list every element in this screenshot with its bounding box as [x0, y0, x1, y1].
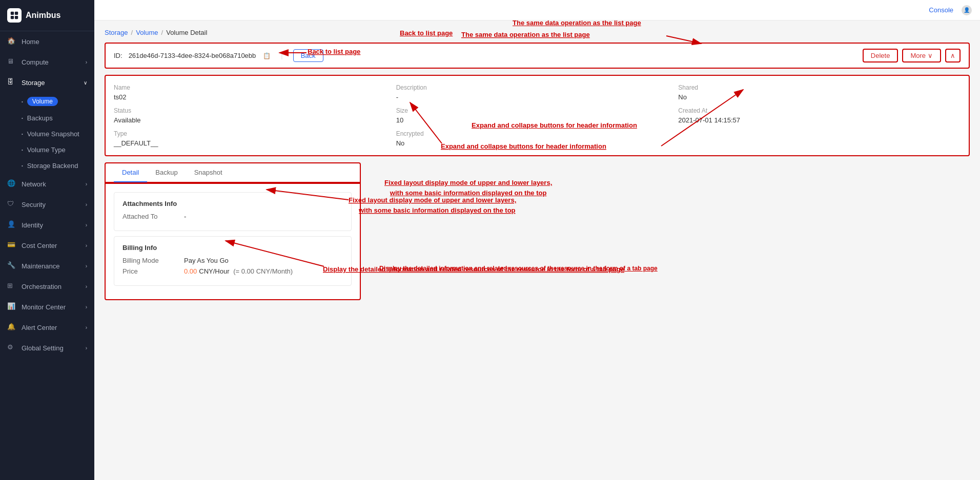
created-at-label: Created At	[678, 107, 961, 114]
chevron-right-maintenance-icon: ›	[86, 263, 87, 269]
sidebar-item-alert-center[interactable]: 🔔 Alert Center ›	[0, 317, 94, 338]
name-value: ts02	[114, 93, 396, 101]
created-at-value: 2021-07-01 14:15:57	[678, 116, 961, 124]
attached-to-value: -	[184, 213, 186, 220]
sidebar-item-home[interactable]: 🏠 Home	[0, 31, 94, 52]
annotation-tab-page: Display the detailed information and rel…	[379, 265, 658, 272]
sidebar-sub-volume-snapshot-label: Volume Snapshot	[27, 130, 79, 138]
description-value: -	[396, 93, 679, 101]
size-value: 10	[396, 116, 679, 124]
description-label: Description	[396, 84, 679, 91]
delete-button[interactable]: Delete	[863, 49, 899, 62]
price-value: 0.00	[184, 267, 197, 275]
back-button[interactable]: Back	[293, 49, 323, 62]
id-label: ID:	[114, 52, 122, 59]
breadcrumb-volume[interactable]: Volume	[136, 29, 158, 36]
app-logo[interactable]: Animbus	[0, 0, 94, 31]
price-label: Price	[122, 267, 184, 275]
annotation-same-data: The same data operation as the list page	[513, 20, 641, 27]
copy-icon[interactable]: 📋	[263, 52, 271, 59]
billing-info-section: Billing Info Billing Mode Pay As You Go …	[114, 236, 352, 286]
chevron-right-monitor-icon: ›	[86, 304, 87, 310]
chevron-right-security-icon: ›	[86, 202, 87, 207]
tab-snapshot[interactable]: Snapshot	[186, 163, 231, 182]
sidebar-item-network-label: Network	[22, 180, 46, 188]
type-value: __DEFAULT__	[114, 139, 396, 147]
sidebar-item-security-label: Security	[22, 201, 46, 208]
wrench-icon: 🔧	[7, 261, 16, 270]
price-row: Price 0.00 CNY/Hour (= 0.00 CNY/Month)	[122, 267, 343, 275]
more-chevron-icon: ∨	[928, 52, 933, 59]
chevron-down-icon: ›	[86, 59, 87, 65]
grid-icon: ⊞	[7, 282, 16, 291]
sidebar-item-maintenance-label: Maintenance	[22, 262, 59, 270]
tab-detail[interactable]: Detail	[114, 163, 147, 182]
sidebar-item-storage[interactable]: 🗄 Storage ∨	[0, 72, 94, 93]
header-actions: Delete More ∨ ∧	[863, 49, 961, 62]
info-grid: Name ts02 Description - Shared No Status…	[114, 84, 961, 147]
sidebar-item-security[interactable]: 🛡 Security ›	[0, 194, 94, 215]
collapse-button[interactable]: ∧	[945, 49, 961, 62]
topbar: Console 👤	[94, 0, 980, 20]
monitor-icon: 📊	[7, 302, 16, 311]
sidebar-item-compute[interactable]: 🖥 Compute ›	[0, 52, 94, 72]
sidebar-item-storage-label: Storage	[22, 79, 45, 87]
sidebar-item-compute-label: Compute	[22, 58, 49, 66]
svg-rect-3	[15, 16, 18, 19]
price-unit-text: CNY/Hour	[199, 267, 229, 275]
user-avatar[interactable]: 👤	[962, 5, 972, 15]
sidebar-sub-volume-snapshot[interactable]: Volume Snapshot	[0, 126, 94, 142]
info-name: Name ts02	[114, 84, 396, 101]
annotation-arrows-svg	[369, 162, 970, 419]
more-label: More	[910, 52, 926, 59]
sidebar-item-maintenance[interactable]: 🔧 Maintenance ›	[0, 256, 94, 276]
sidebar-item-home-label: Home	[22, 38, 39, 46]
sidebar-sub-backups-label: Backups	[27, 114, 53, 122]
info-size: Size 10	[396, 107, 679, 124]
console-link[interactable]: Console	[929, 6, 953, 14]
more-button[interactable]: More ∨	[902, 49, 941, 62]
id-bar: ID: 261de46d-7133-4dee-8324-be068a710ebb…	[105, 43, 970, 69]
breadcrumb: Storage / Volume / Volume Detail	[105, 29, 970, 36]
user-icon: 👤	[7, 220, 16, 229]
size-label: Size	[396, 107, 679, 114]
header-info-card: Name ts02 Description - Shared No Status…	[105, 75, 970, 156]
info-status: Status Available	[114, 107, 396, 124]
breadcrumb-storage[interactable]: Storage	[105, 29, 128, 36]
sidebar-sub-backups[interactable]: Backups	[0, 110, 94, 126]
id-value: 261de46d-7133-4dee-8324-be068a710ebb	[129, 52, 256, 59]
sidebar-item-orchestration-label: Orchestration	[22, 283, 62, 290]
status-label: Status	[114, 107, 396, 114]
main-area: Console 👤 Storage / Volume / Volume Deta…	[94, 0, 980, 480]
tabs-bar: Detail Backup Snapshot	[105, 162, 361, 183]
chevron-right-alert-icon: ›	[86, 325, 87, 330]
app-name: Animbus	[26, 11, 60, 20]
price-monthly-text: (= 0.00 CNY/Month)	[233, 267, 293, 275]
sidebar-item-orchestration[interactable]: ⊞ Orchestration ›	[0, 276, 94, 297]
sidebar-item-global-setting[interactable]: ⚙ Global Setting ›	[0, 338, 94, 358]
annotation-area: Back to list page The same data operatio…	[369, 162, 970, 419]
type-label: Type	[114, 130, 396, 137]
shared-label: Shared	[678, 84, 961, 91]
chevron-right-identity-icon: ›	[86, 222, 87, 228]
database-icon: 🗄	[7, 78, 16, 87]
info-type: Type __DEFAULT__	[114, 130, 396, 147]
sidebar-sub-storage-backend[interactable]: Storage Backend	[0, 158, 94, 174]
sidebar-item-monitor-center[interactable]: 📊 Monitor Center ›	[0, 297, 94, 317]
billing-info-title: Billing Info	[122, 244, 343, 252]
chevron-right-global-icon: ›	[86, 345, 87, 351]
sidebar-item-monitor-label: Monitor Center	[22, 303, 66, 311]
breadcrumb-detail: Volume Detail	[166, 29, 207, 36]
sidebar-sub-volume[interactable]: Volume	[0, 93, 94, 110]
sidebar-item-cost-center-label: Cost Center	[22, 242, 57, 249]
tab-backup[interactable]: Backup	[147, 163, 186, 182]
sidebar-item-network[interactable]: 🌐 Network ›	[0, 174, 94, 194]
sidebar-sub-volume-type[interactable]: Volume Type	[0, 142, 94, 158]
home-icon: 🏠	[7, 37, 16, 46]
id-separator: |	[281, 52, 282, 59]
left-panel: Detail Backup Snapshot Attachments Info …	[105, 162, 361, 419]
status-value: Available	[114, 116, 396, 124]
sidebar-item-identity[interactable]: 👤 Identity ›	[0, 215, 94, 235]
sidebar-item-cost-center[interactable]: 💳 Cost Center ›	[0, 235, 94, 256]
chevron-right-orch-icon: ›	[86, 284, 87, 289]
